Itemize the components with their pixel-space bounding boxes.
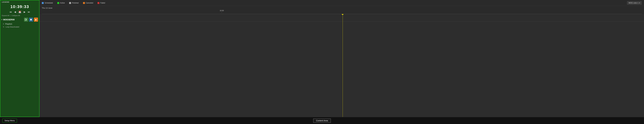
mog-color-label: MOG color s: [629, 2, 638, 4]
timeline-area: ScheduledActiveFinishedCanceledFailed MO…: [40, 0, 644, 117]
dropdown-arrow-icon: ▾: [639, 2, 640, 4]
bottom-bar: Setup Menu Content Area: [0, 117, 644, 124]
time-indicator-line: [342, 15, 343, 117]
playlist-row: ≡ Playlist1: [0, 22, 39, 26]
play-forward-button[interactable]: ▶: [23, 10, 26, 14]
expand-all-button[interactable]: Expand All: [2, 15, 9, 16]
legend-label: LEGEND: [2, 1, 9, 3]
loop-icon: ↻: [3, 26, 4, 28]
playlist-icon: ≡: [3, 23, 4, 25]
legend-label-active: Active: [60, 2, 65, 4]
time-display: 10:39:33: [0, 4, 39, 10]
calendar-button[interactable]: 📅: [18, 10, 22, 14]
legend-dot-failed: [98, 2, 100, 4]
legend-item-failed: Failed: [98, 2, 105, 4]
timeline-header: Thu 13 June 10:30: [40, 6, 644, 14]
legend-dot-active: [57, 2, 59, 4]
legend-label-finished: Finished: [72, 2, 78, 4]
grid-line-horizontal: [40, 21, 644, 22]
legend-header: LEGEND: [0, 0, 39, 4]
mog-color-dropdown[interactable]: MOG color s ▾: [627, 1, 642, 5]
legend-label-scheduled: Scheduled: [44, 2, 53, 4]
loop-status: Loop Deactivated: [6, 26, 19, 28]
time-marker-1030: 10:30: [220, 10, 224, 13]
divider: |: [10, 15, 11, 16]
time-indicator: [342, 14, 344, 117]
setup-menu-button[interactable]: Setup Menu: [2, 118, 17, 122]
transport-controls: ⏮ ◀ 📅 ▶ ⏭: [0, 10, 39, 14]
stop-icon: [30, 19, 32, 21]
main-container: LEGEND 10:39:33 ⏮ ◀ 📅 ▶ ⏭ Expand All | C…: [0, 0, 644, 117]
playlist-name: Playlist1: [5, 23, 12, 25]
device-chevron-icon[interactable]: ▾: [2, 19, 2, 21]
timeline-canvas[interactable]: [40, 14, 644, 117]
legend-dot-scheduled: [42, 2, 44, 4]
legend-item-scheduled: Scheduled: [42, 2, 53, 4]
device-load-button[interactable]: [24, 18, 28, 22]
legend-item-active: Active: [57, 2, 65, 4]
svg-rect-2: [30, 19, 32, 20]
legend-items: ScheduledActiveFinishedCanceledFailed: [42, 2, 105, 4]
fast-forward-button[interactable]: ⏭: [27, 10, 31, 14]
loop-row: ↻ Loop Deactivated: [0, 26, 39, 28]
content-area-label: Content Area: [313, 118, 331, 123]
time-marker-tick: [222, 12, 222, 13]
load-icon: [25, 19, 27, 21]
rewind-button[interactable]: ◀: [14, 10, 16, 14]
expand-collapse-controls: Expand All | Collapse All: [0, 14, 39, 17]
legend-label-canceled: Canceled: [86, 2, 93, 4]
legend-dot-canceled: [83, 2, 85, 4]
time-marker-label: 10:30: [220, 10, 224, 12]
time-indicator-dot: [342, 14, 344, 15]
legend-item-finished: Finished: [69, 2, 78, 4]
legend-dot-finished: [69, 2, 71, 4]
timeline-date: Thu 13 June: [42, 7, 642, 9]
legend-item-canceled: Canceled: [83, 2, 93, 4]
rewind-start-button[interactable]: ⏮: [9, 10, 12, 14]
device-name: MOGSER00: [3, 19, 23, 21]
collapse-all-button[interactable]: Collapse All: [12, 15, 20, 16]
time-ruler: 10:30: [42, 10, 642, 14]
device-row: ▾ MOGSER00 ▶: [0, 17, 39, 22]
device-stop-button[interactable]: [29, 18, 33, 22]
legend-label-failed: Failed: [100, 2, 105, 4]
sidebar: LEGEND 10:39:33 ⏮ ◀ 📅 ▶ ⏭ Expand All | C…: [0, 0, 40, 117]
legend-bar: ScheduledActiveFinishedCanceledFailed MO…: [40, 0, 644, 6]
device-play-button[interactable]: ▶: [34, 18, 38, 22]
